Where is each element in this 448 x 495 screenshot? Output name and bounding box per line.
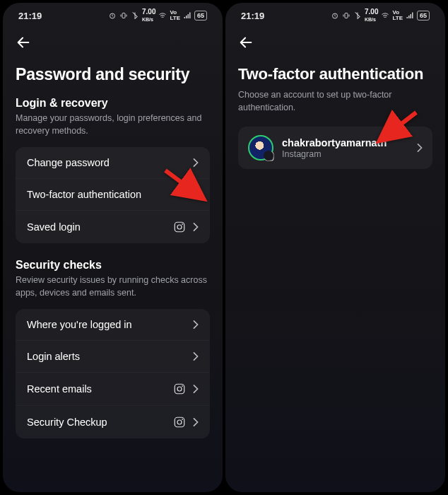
svg-point-4: [182, 223, 183, 225]
instagram-icon: [173, 383, 186, 395]
status-time: 21:19: [18, 11, 42, 21]
row-change-password[interactable]: Change password: [16, 147, 210, 178]
network-label: VoLTE: [392, 10, 403, 21]
row-recent-emails[interactable]: Recent emails: [16, 372, 210, 405]
signal-icon: [183, 11, 191, 20]
vibrate-icon: [119, 11, 128, 20]
back-button[interactable]: [16, 33, 35, 52]
svg-point-9: [177, 420, 182, 424]
chevron-right-icon: [193, 223, 199, 231]
account-platform: Instagram: [282, 149, 417, 159]
svg-rect-13: [345, 13, 348, 18]
svg-point-10: [182, 419, 183, 420]
account-text: chakrabortyamarnath Instagram: [282, 137, 417, 159]
row-label: Security Checkup: [27, 417, 173, 428]
page-title: Two-factor authentication: [238, 65, 432, 83]
instagram-icon: [173, 416, 186, 429]
phone-left: 21:19 7.00KB/s VoLTE 65 Password and sec…: [3, 3, 223, 492]
alarm-icon: [331, 11, 339, 20]
account-row[interactable]: chakrabortyamarnath Instagram: [238, 127, 432, 169]
row-label: Saved login: [27, 221, 173, 233]
chevron-right-icon: [417, 144, 423, 152]
svg-point-15: [267, 154, 271, 158]
login-recovery-card: Change password Two-factor authenticatio…: [16, 147, 210, 243]
row-security-checkup[interactable]: Security Checkup: [16, 405, 210, 438]
svg-point-7: [182, 385, 183, 387]
status-indicators: 7.00KB/s VoLTE 65: [108, 8, 207, 23]
chevron-right-icon: [193, 158, 199, 167]
avatar: [248, 135, 273, 161]
svg-point-6: [177, 387, 182, 391]
chevron-right-icon: [193, 320, 199, 329]
status-bar: 21:19 7.00KB/s VoLTE 65: [3, 3, 223, 25]
instagram-icon: [173, 221, 186, 233]
alarm-icon: [108, 11, 117, 20]
chevron-right-icon: [193, 385, 199, 393]
account-name: chakrabortyamarnath: [282, 137, 417, 148]
svg-rect-1: [122, 13, 125, 18]
signal-icon: [406, 11, 414, 20]
status-bar: 21:19 7.00KB/s VoLTE 65: [225, 3, 445, 25]
page-content: Password and security Login & recovery M…: [3, 25, 223, 492]
row-saved-login[interactable]: Saved login: [16, 210, 210, 243]
svg-point-16: [271, 153, 272, 154]
bluetooth-icon: [131, 11, 139, 20]
section-sub-login: Manage your passwords, login preferences…: [16, 112, 210, 137]
row-login-alerts[interactable]: Login alerts: [16, 340, 210, 372]
svg-point-3: [177, 225, 182, 229]
page-title: Password and security: [16, 65, 210, 84]
bluetooth-icon: [353, 11, 362, 20]
section-heading-login: Login & recovery: [16, 97, 210, 110]
chevron-right-icon: [193, 352, 199, 361]
row-label: Login alerts: [27, 351, 193, 362]
row-label: Where you're logged in: [27, 319, 193, 330]
phone-right: 21:19 7.00KB/s VoLTE 65 Two-factor authe…: [225, 3, 445, 492]
row-logged-in[interactable]: Where you're logged in: [16, 309, 210, 340]
arrow-left-icon: [16, 35, 31, 50]
back-button[interactable]: [238, 33, 258, 52]
status-time: 21:19: [241, 11, 264, 21]
row-label: Change password: [27, 157, 193, 168]
wifi-icon: [381, 11, 389, 20]
wifi-icon: [158, 11, 167, 20]
status-indicators: 7.00KB/s VoLTE 65: [331, 8, 430, 23]
battery-indicator: 65: [417, 11, 430, 21]
row-two-factor[interactable]: Two-factor authentication: [16, 178, 210, 210]
page-content: Two-factor authentication Choose an acco…: [225, 25, 445, 492]
row-label: Recent emails: [27, 383, 173, 395]
page-subtitle: Choose an account to set up two-factor a…: [238, 89, 432, 114]
network-label: VoLTE: [170, 10, 180, 21]
security-checks-card: Where you're logged in Login alerts Rece…: [16, 309, 210, 438]
instagram-icon: [264, 151, 275, 162]
section-sub-security: Review security issues by running checks…: [16, 274, 210, 299]
section-heading-security: Security checks: [16, 259, 210, 272]
account-card: chakrabortyamarnath Instagram: [238, 127, 432, 169]
arrow-left-icon: [238, 35, 254, 50]
row-label: Two-factor authentication: [27, 189, 193, 200]
chevron-right-icon: [193, 190, 199, 199]
chevron-right-icon: [193, 418, 199, 426]
battery-indicator: 65: [194, 11, 207, 21]
vibrate-icon: [342, 11, 350, 20]
svg-rect-14: [265, 152, 273, 161]
